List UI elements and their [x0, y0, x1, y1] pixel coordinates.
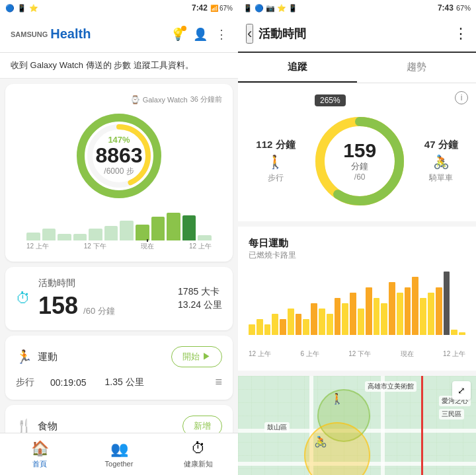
add-food-button[interactable]: 新增 [182, 416, 222, 433]
exercise-card: 🏃 運動 開始 ▶ 步行 00:19:05 1.35 公里 ≡ [5, 336, 233, 400]
info-button[interactable]: i [455, 91, 468, 104]
tab-trend[interactable]: 趨勢 [357, 53, 476, 83]
cycling-value: 47 分鐘 [424, 139, 458, 151]
walking-icon: 🚶 [267, 154, 284, 170]
chart-bar-after2 [459, 332, 465, 335]
exercise-header: 🏃 運動 開始 ▶ [16, 346, 222, 367]
time-label-2: 12 下午 [84, 242, 106, 251]
cycling-icon: 🚴 [433, 154, 450, 170]
bar-12 [198, 235, 212, 240]
chart-bar-4 [272, 314, 278, 335]
tabs-right: 追蹤 趨勢 [238, 53, 476, 83]
activity-info: 活動時間 158 /60 分鐘 [38, 277, 115, 320]
food-title: 食物 [38, 420, 177, 433]
chart-bar-19 [389, 282, 395, 335]
chart-bar-1 [249, 324, 255, 335]
exercise-run-icon: 🏃 [16, 349, 32, 365]
chart-bar-23 [420, 298, 426, 335]
activity-distance: 13.24 公里 [178, 299, 222, 311]
nav-item-together[interactable]: 👥 Together [79, 433, 159, 475]
start-exercise-button[interactable]: 開始 ▶ [171, 346, 222, 367]
header-right: ‹ 活動時間 ⋮ [238, 16, 476, 53]
expand-icon: ⤢ [457, 385, 465, 396]
status-bar-right: 📱 🔵 📷 ⭐ 📱 7:43 67% [238, 0, 476, 16]
start-btn-label: 開始 ▶ [182, 351, 211, 363]
time-label-1: 12 上午 [26, 242, 49, 251]
home-icon: 🏠 [31, 440, 49, 457]
bottom-nav-left: 🏠 首頁 👥 Together ⏱ 健康新知 [0, 433, 238, 475]
bar-10 [167, 213, 180, 240]
nav-label-together: Together [105, 460, 134, 468]
bar-1 [26, 233, 40, 240]
activity-extra: 1785 大卡 13.24 公里 [178, 286, 222, 311]
time-label-3: 12 上午 [189, 242, 212, 251]
gushan-label: 鼓山區 [264, 422, 290, 433]
exercise-row: 步行 00:19:05 1.35 公里 ≡ [16, 375, 222, 389]
cyclist-marker: 🚴 [314, 435, 327, 448]
sanmin-label: 三民區 [439, 409, 464, 420]
x-label-3: 12 下午 [348, 349, 371, 359]
status-bar-left: 🔵 📱 ⭐ 7:42 📶 67% [0, 0, 238, 16]
status-time-right: 7:43 [438, 3, 454, 13]
chart-bar-17 [374, 298, 380, 335]
activity-title: 活動時間 [38, 277, 115, 289]
watch-icon: ⌚ [130, 95, 140, 104]
notif-text: 收到 Galaxy Watch 傳送的 步數 追蹤工具資料。 [11, 60, 194, 70]
tab-trend-label: 趨勢 [407, 61, 426, 72]
tab-track-label: 追蹤 [288, 61, 307, 72]
nav-item-health-news[interactable]: ⏱ 健康新知 [159, 433, 238, 475]
chart-bar-8 [303, 319, 309, 335]
daily-exercise-title: 每日運動 [249, 237, 465, 250]
chart-bar-18 [381, 303, 387, 335]
stat-walking: 112 分鐘 🚶 步行 [256, 139, 295, 184]
exercise-type: 步行 [16, 377, 42, 388]
nav-item-home[interactable]: 🏠 首頁 [0, 433, 79, 475]
chart-bar-22 [412, 277, 418, 335]
status-battery-right: 67% [456, 4, 471, 12]
walker-marker: 🚶 [331, 392, 344, 405]
x-label-1: 12 上午 [249, 349, 271, 359]
star-icon: ⭐ [29, 4, 38, 13]
x-label-2: 6 上午 [300, 349, 319, 359]
chart-bar-5 [280, 319, 286, 335]
x-label-now: 現在 [401, 349, 414, 359]
right-panel: 📱 🔵 📷 ⭐ 📱 7:43 67% ‹ 活動時間 ⋮ 追蹤 趨勢 i 265%… [238, 0, 476, 475]
food-card: 🍴 食物 新增 [5, 405, 233, 433]
chart-bar-7 [296, 314, 302, 335]
activity-values: 158 /60 分鐘 [38, 292, 115, 320]
exercise-distance: 1.35 公里 [105, 377, 144, 388]
lightbulb-button[interactable]: 💡 [171, 27, 185, 42]
profile-button[interactable]: 👤 [193, 27, 208, 42]
source-time: 36 分鐘前 [190, 94, 222, 104]
chart-bar-20 [397, 293, 403, 335]
more-options-right[interactable]: ⋮ [454, 25, 468, 42]
exercise-menu-icon[interactable]: ≡ [215, 375, 222, 389]
map-background: 🚶 🚴 高雄市立美術館 愛河之心 鼓山區 高雄市壽山動物園 六合觀光夜市 三民區… [238, 376, 476, 475]
steps-center: 147% 8863 /6000 步 [16, 110, 222, 202]
bar-9 [151, 217, 165, 240]
bt-icon: 🔵 [5, 4, 15, 13]
daily-exercise-subtitle: 已燃燒卡路里 [249, 250, 465, 261]
activity-calories: 1785 大卡 [178, 286, 222, 298]
chart-bar-9 [311, 303, 317, 335]
chart-bar-13 [342, 303, 348, 335]
add-food-label: 新增 [194, 421, 211, 431]
daily-exercise-chart [249, 269, 465, 348]
activity-main-value: 158 [38, 292, 78, 320]
back-button[interactable]: ‹ [246, 24, 253, 44]
chart-bar-14 [350, 293, 356, 335]
steps-goal: /6000 步 [95, 166, 142, 177]
app-name: Health [50, 26, 91, 42]
more-options-left[interactable]: ⋮ [216, 27, 227, 42]
donut-section: i 265% 112 分鐘 🚶 步行 [238, 83, 476, 221]
status-icons-right-left: 📶 67% [210, 5, 233, 12]
steps-source: ⌚ Galaxy Watch 36 分鐘前 [16, 94, 222, 104]
map-expand-button[interactable]: ⤢ [452, 381, 471, 400]
chart-bar-25 [436, 287, 442, 335]
tab-track[interactable]: 追蹤 [238, 53, 357, 83]
together-icon: 👥 [110, 441, 128, 458]
nav-label-health-news: 健康新知 [184, 459, 213, 469]
donut-unit: 分鐘 [343, 161, 376, 172]
steps-count: 8863 [95, 145, 142, 166]
steps-bar-chart [16, 207, 222, 240]
